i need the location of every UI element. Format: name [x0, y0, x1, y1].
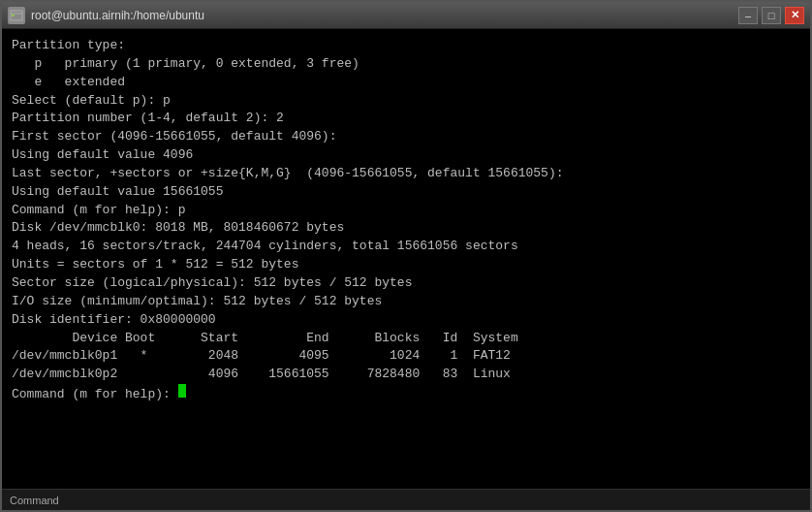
terminal-line: Command (m for help): p [12, 202, 800, 220]
titlebar: root@ubuntu.airnih:/home/ubuntu – □ ✕ [2, 2, 810, 29]
titlebar-title: root@ubuntu.airnih:/home/ubuntu [31, 9, 738, 22]
terminal-cursor [178, 384, 186, 398]
terminal-line: Device Boot Start End Blocks Id System [12, 330, 800, 348]
titlebar-icon [8, 7, 25, 24]
terminal-line: /dev/mmcblk0p2 4096 15661055 7828480 83 … [12, 366, 800, 384]
statusbar: Command [2, 489, 810, 510]
terminal-line: Last sector, +sectors or +size{K,M,G} (4… [12, 165, 800, 183]
statusbar-text: Command [10, 495, 59, 506]
terminal-prompt: Command (m for help): [12, 386, 178, 404]
terminal-line: 4 heads, 16 sectors/track, 244704 cylind… [12, 238, 800, 256]
terminal-line: I/O size (minimum/optimal): 512 bytes / … [12, 293, 800, 311]
maximize-button[interactable]: □ [762, 7, 781, 24]
terminal-line: Disk /dev/mmcblk0: 8018 MB, 8018460672 b… [12, 219, 800, 238]
minimize-button[interactable]: – [738, 7, 758, 24]
terminal-prompt-line: Command (m for help): [12, 384, 800, 404]
terminal-output[interactable]: Partition type: p primary (1 primary, 0 … [2, 29, 810, 489]
terminal-line: Using default value 4096 [12, 146, 800, 165]
terminal-line: e extended [12, 74, 800, 92]
terminal-line: Select (default p): p [12, 92, 800, 111]
terminal-line: /dev/mmcblk0p1 * 2048 4095 1024 1 FAT12 [12, 347, 800, 366]
terminal-line: Sector size (logical/physical): 512 byte… [12, 274, 800, 293]
close-button[interactable]: ✕ [785, 7, 804, 24]
svg-rect-2 [12, 15, 15, 16]
terminal-line: First sector (4096-15661055, default 409… [12, 128, 800, 146]
titlebar-buttons: – □ ✕ [738, 7, 804, 24]
terminal-line: Partition number (1-4, default 2): 2 [12, 110, 800, 128]
terminal-line: Units = sectors of 1 * 512 = 512 bytes [12, 256, 800, 274]
terminal-line: Partition type: [12, 37, 800, 55]
terminal-line: p primary (1 primary, 0 extended, 3 free… [12, 55, 800, 74]
terminal-line: Disk identifier: 0x80000000 [12, 311, 800, 330]
terminal-window: root@ubuntu.airnih:/home/ubuntu – □ ✕ Pa… [0, 0, 812, 512]
terminal-line: Using default value 15661055 [12, 183, 800, 202]
